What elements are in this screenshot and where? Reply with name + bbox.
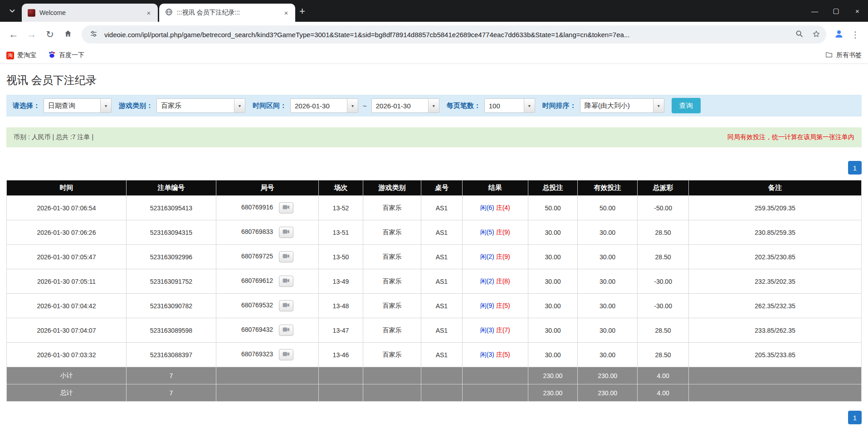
refresh-button[interactable]: ↻ [41, 25, 59, 44]
all-bookmarks-button[interactable]: 所有书签 [825, 51, 862, 60]
cell-table-no: AS1 [421, 269, 462, 294]
video-replay-button[interactable] [279, 325, 293, 336]
maximize-button[interactable]: ▢ [825, 0, 847, 22]
sort-order-select[interactable]: 降幂(由大到小) ▾ [580, 98, 664, 113]
address-bar[interactable]: videoie.com/ipl/portal.php/game/betrecor… [82, 25, 826, 44]
grand-total-total-bet: 230.00 [528, 384, 577, 402]
video-camera-icon [283, 351, 290, 358]
site-info-button[interactable] [87, 28, 100, 41]
zoom-button[interactable] [793, 28, 805, 41]
date-to-select[interactable]: 2026-01-30 ▾ [371, 98, 439, 113]
cell-table-no: AS1 [421, 343, 462, 367]
baidu-paw-icon [48, 51, 56, 60]
video-camera-icon [283, 204, 290, 211]
cell-game-type: 百家乐 [363, 220, 421, 245]
sort-order-value: 降幂(由大到小) [580, 99, 653, 112]
cell-bet-id: 523163089598 [126, 318, 216, 343]
page-button-1[interactable]: 1 [848, 411, 862, 424]
subtotal-valid-bet: 230.00 [578, 367, 638, 384]
tab-bet-record[interactable]: :::视讯 会员下注纪录::: × [159, 4, 295, 22]
round-number: 680769323 [241, 350, 273, 358]
result-player: 闲(3) [480, 351, 494, 358]
cell-game-type: 百家乐 [363, 245, 421, 269]
video-replay-button[interactable] [279, 227, 293, 238]
round-number: 680769725 [241, 252, 273, 260]
cell-bet-id: 523163090782 [126, 294, 216, 318]
cell-table-no: AS1 [421, 196, 462, 220]
cell-round: 680769432 [216, 318, 318, 343]
cell-payout: 28.50 [638, 220, 689, 245]
profile-button[interactable] [831, 26, 847, 43]
cell-total-bet[interactable]: 30.00 [528, 294, 577, 318]
result-banker: 庄(9) [496, 228, 510, 236]
cell-session: 13-48 [319, 294, 363, 318]
home-button[interactable] [59, 25, 77, 44]
browser-menu-button[interactable]: ⋮ [847, 26, 863, 43]
cell-result: 闲(3) 庄(5) [462, 343, 528, 367]
close-icon: × [284, 9, 288, 17]
cell-payout: 28.50 [638, 343, 689, 367]
cell-result: 闲(9) 庄(5) [462, 294, 528, 318]
forward-button[interactable]: → [23, 25, 41, 44]
page-size-select[interactable]: 100 ▾ [484, 98, 535, 113]
minimize-button[interactable]: — [804, 0, 825, 22]
cell-total-bet[interactable]: 30.00 [528, 318, 577, 343]
date-from-select[interactable]: 2026-01-30 ▾ [290, 98, 358, 113]
tab-close-button[interactable]: × [144, 8, 153, 17]
cell-game-type: 百家乐 [363, 294, 421, 318]
grand-total-count: 7 [126, 384, 216, 402]
video-replay-button[interactable] [279, 276, 293, 287]
cell-note: 233.85/262.35 [689, 318, 862, 343]
cell-note: 262.35/232.35 [689, 294, 862, 318]
tab-welcome[interactable]: Welcome × [22, 4, 158, 22]
bookmark-baidu[interactable]: 百度一下 [48, 51, 84, 60]
bookmark-star-button[interactable] [810, 28, 823, 41]
game-type-label: 游戏类别： [119, 102, 153, 110]
filter-mode-label: 请选择： [13, 102, 40, 110]
bookmark-label: 百度一下 [59, 51, 84, 59]
back-button[interactable]: ← [5, 25, 23, 44]
date-to-value: 2026-01-30 [372, 99, 428, 112]
result-player: 闲(2) [480, 277, 494, 285]
video-replay-button[interactable] [279, 202, 293, 214]
video-replay-button[interactable] [279, 349, 293, 360]
cell-total-bet[interactable]: 30.00 [528, 269, 577, 294]
search-button[interactable]: 查询 [672, 98, 701, 113]
cell-result: 闲(5) 庄(9) [462, 220, 528, 245]
result-banker: 庄(5) [496, 351, 510, 358]
cell-round: 680769725 [216, 245, 318, 269]
new-tab-button[interactable]: + [299, 6, 305, 16]
kebab-menu-icon: ⋮ [851, 29, 860, 40]
window-close-button[interactable]: × [847, 0, 868, 22]
result-player: 闲(9) [480, 302, 494, 309]
tab-search-button[interactable] [5, 5, 19, 18]
col-valid-bet: 有效投注 [578, 180, 638, 196]
tab-close-button[interactable]: × [282, 8, 291, 17]
page-title: 视讯 会员下注纪录 [6, 73, 862, 87]
video-camera-icon [283, 278, 290, 285]
cell-result: 闲(2) 庄(8) [462, 269, 528, 294]
video-replay-button[interactable] [279, 251, 293, 262]
page-button-1[interactable]: 1 [848, 161, 862, 175]
mode-select[interactable]: 日期查询 ▾ [44, 98, 112, 113]
game-type-select[interactable]: 百家乐 ▾ [156, 98, 245, 113]
cell-session: 13-51 [319, 220, 363, 245]
cell-total-bet[interactable]: 30.00 [528, 245, 577, 269]
subtotal-label: 小计 [7, 367, 127, 384]
close-icon: × [147, 9, 151, 17]
cell-session: 13-52 [319, 196, 363, 220]
video-replay-button[interactable] [279, 300, 293, 311]
bookmark-aitaobao[interactable]: 淘 爱淘宝 [6, 51, 36, 59]
tab-strip: Welcome × :::视讯 会员下注纪录::: × + — ▢ × [0, 0, 868, 22]
round-number: 680769916 [241, 204, 273, 211]
cell-total-bet[interactable]: 30.00 [528, 220, 577, 245]
round-number: 680769532 [241, 301, 273, 309]
dropdown-arrow-icon: ▾ [347, 99, 358, 112]
cell-game-type: 百家乐 [363, 196, 421, 220]
dropdown-arrow-icon: ▾ [428, 99, 439, 112]
grand-total-valid-bet: 230.00 [578, 384, 638, 402]
cell-total-bet[interactable]: 30.00 [528, 343, 577, 367]
col-round: 局号 [216, 180, 318, 196]
tab-title: Welcome [39, 9, 140, 16]
cell-total-bet[interactable]: 50.00 [528, 196, 577, 220]
